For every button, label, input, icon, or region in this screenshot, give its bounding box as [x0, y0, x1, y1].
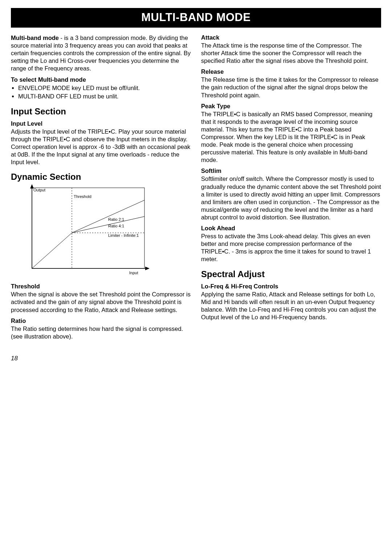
svg-marker-4 [145, 267, 150, 270]
threshold-paragraph: When the signal is above the set Thresho… [11, 291, 191, 313]
release-paragraph: The Release time is the time it takes fo… [201, 76, 381, 99]
diagram-ratio-4-label: Ratio 4:1 [108, 224, 124, 228]
peak-type-heading: Peak Type [201, 103, 381, 110]
softlim-paragraph: Softlimiter on/off switch. Where the Com… [201, 175, 381, 221]
softlim-heading: Softlim [201, 167, 381, 174]
compressor-ratio-diagram: Output Input Threshold Ratio 2:1 Ratio 4… [17, 184, 155, 279]
list-item: ENVELOPE MODE key LED must be off/unlit. [18, 84, 191, 92]
svg-line-7 [32, 233, 72, 268]
ratio-paragraph: The Ratio setting determines how hard th… [11, 325, 191, 340]
diagram-x-label: Input [129, 271, 138, 275]
svg-rect-0 [32, 188, 144, 268]
list-item: MULTI-BAND OFF LED must be unlit. [18, 92, 191, 101]
look-ahead-heading: Look Ahead [201, 225, 381, 232]
threshold-heading: Threshold [11, 283, 191, 290]
spectral-adjust-heading: Spectral Adjust [201, 269, 381, 279]
intro-bold: Multi-band mode [11, 35, 59, 41]
diagram-limiter-label: Limiter - Infinite:1 [108, 233, 139, 238]
diagram-threshold-label: Threshold [74, 194, 91, 199]
input-level-heading: Input Level [11, 120, 191, 127]
page-title-bar: MULTI-BAND MODE [11, 8, 381, 28]
select-multiband-list: ENVELOPE MODE key LED must be off/unlit.… [11, 84, 191, 101]
right-column: Attack The Attack time is the response t… [201, 34, 381, 362]
look-ahead-paragraph: Press to activate the 3ms Look-ahead del… [201, 232, 381, 263]
diagram-y-label: Output [33, 188, 45, 192]
intro-paragraph: Multi-band mode - is a 3 band compressio… [11, 34, 191, 73]
left-column: Multi-band mode - is a 3 band compressio… [11, 34, 191, 362]
diagram-ratio-2-label: Ratio 2:1 [108, 217, 124, 222]
two-column-layout: Multi-band mode - is a 3 band compressio… [11, 34, 381, 362]
lo-hi-freq-heading: Lo-Freq & Hi-Freq Controls [201, 283, 381, 290]
input-section-heading: Input Section [11, 106, 191, 117]
release-heading: Release [201, 68, 381, 75]
input-level-paragraph: Adjusts the Input level of the TRIPLE•C.… [11, 128, 191, 166]
attack-heading: Attack [201, 34, 381, 41]
ratio-heading: Ratio [11, 317, 191, 324]
peak-type-paragraph: The TRIPLE•C is basically an RMS based C… [201, 110, 381, 164]
page-number: 18 [11, 355, 191, 362]
dynamic-section-heading: Dynamic Section [11, 172, 191, 182]
attack-paragraph: The Attack time is the response time of … [201, 42, 381, 65]
lo-hi-freq-paragraph: Applying the same Ratio, Attack and Rele… [201, 291, 381, 321]
select-multiband-heading: To select Multi-band mode [11, 76, 191, 83]
